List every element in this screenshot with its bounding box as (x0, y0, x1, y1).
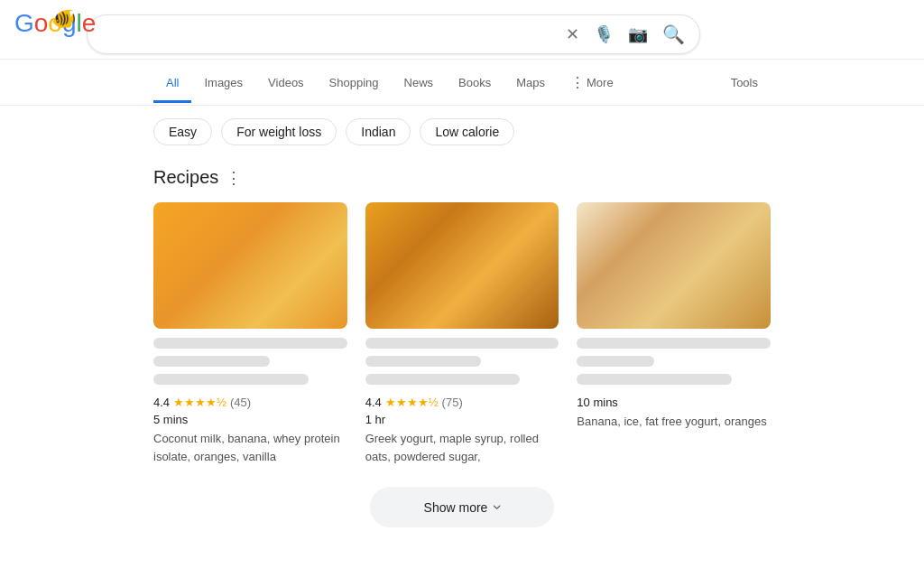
nav-tabs: All Images Videos Shopping News Books Ma… (0, 63, 924, 106)
tab-maps[interactable]: Maps (504, 65, 558, 103)
recipe-card-3[interactable]: 10 mins Banana, ice, fat free yogurt, or… (577, 202, 771, 465)
recipe-cards-container: 4.4 ★★★★½ (45) 5 mins Coconut milk, bana… (153, 202, 771, 465)
recipe-time-1: 5 mins (153, 413, 347, 426)
search-icons: ✕ 🎙️ 📷 🔍 (564, 22, 687, 47)
tab-all[interactable]: All (153, 65, 191, 103)
lens-button[interactable]: 📷 (626, 23, 650, 46)
recipe-image-1 (153, 202, 347, 329)
chip-easy[interactable]: Easy (153, 118, 212, 145)
recipe-time-2: 1 hr (365, 413, 559, 426)
stars-icon-1: ★★★★½ (173, 396, 226, 409)
tab-news[interactable]: News (392, 65, 447, 103)
header: Google 🐠 healthy orange breakfast recipe… (0, 0, 924, 60)
recipes-title: Recipes (153, 167, 218, 188)
recipe-card-2[interactable]: 4.4 ★★★★½ (75) 1 hr Greek yogurt, maple … (365, 202, 559, 465)
skeleton-sub-2 (365, 356, 482, 367)
recipe-image-2 (365, 202, 559, 329)
skeleton-desc-1 (153, 374, 309, 385)
recipe-rating-1: 4.4 ★★★★½ (45) (153, 396, 347, 409)
search-input[interactable]: healthy orange breakfast recipes (100, 26, 557, 42)
mic-icon: 🎙️ (594, 24, 614, 44)
skeleton-title-2 (365, 338, 559, 349)
recipe-ingredients-3: Banana, ice, fat free yogurt, oranges (577, 413, 771, 431)
mic-button[interactable]: 🎙️ (592, 23, 615, 46)
lens-icon: 📷 (628, 24, 648, 44)
search-icon: 🔍 (662, 23, 685, 45)
recipe-card-1[interactable]: 4.4 ★★★★½ (45) 5 mins Coconut milk, bana… (153, 202, 347, 465)
recipe-ingredients-1: Coconut milk, banana, whey protein isola… (153, 430, 347, 465)
chip-weight-loss[interactable]: For weight loss (221, 118, 337, 145)
skeleton-sub-1 (153, 356, 270, 367)
clear-icon: ✕ (566, 24, 579, 44)
chip-low-calorie[interactable]: Low calorie (420, 118, 514, 145)
tab-videos[interactable]: Videos (255, 65, 317, 103)
tab-books[interactable]: Books (446, 65, 504, 103)
section-options-icon[interactable]: ⋮ (226, 168, 242, 188)
logo-letter-g: G (14, 9, 34, 37)
tab-tools[interactable]: Tools (718, 65, 771, 103)
recipe-image-3 (577, 202, 771, 329)
main-content: Recipes ⋮ 4.4 ★★★★½ (45) 5 mins Coconut … (0, 158, 924, 555)
filter-chips: Easy For weight loss Indian Low calorie (0, 106, 924, 158)
chevron-down-icon: › (488, 505, 507, 510)
stars-icon-2: ★★★★½ (385, 396, 439, 409)
search-bar: healthy orange breakfast recipes ✕ 🎙️ 📷 … (87, 14, 700, 54)
doodle-character: 🐠 (51, 7, 76, 31)
logo-area: Google 🐠 (14, 9, 69, 59)
tab-shopping[interactable]: Shopping (317, 65, 392, 103)
recipe-rating-2: 4.4 ★★★★½ (75) (365, 396, 559, 409)
skeleton-title-3 (577, 338, 771, 349)
skeleton-sub-3 (577, 356, 654, 367)
logo-letter-e: e (82, 9, 97, 37)
skeleton-desc-2 (365, 374, 521, 385)
doodle-logo: Google 🐠 (14, 9, 69, 59)
show-more-wrapper: Show more › (153, 487, 771, 545)
skeleton-title-1 (153, 338, 347, 349)
recipes-section-header: Recipes ⋮ (153, 167, 771, 188)
clear-button[interactable]: ✕ (564, 23, 581, 46)
recipe-time-3: 10 mins (577, 396, 771, 409)
chip-indian[interactable]: Indian (346, 118, 411, 145)
search-button[interactable]: 🔍 (661, 22, 687, 47)
tab-images[interactable]: Images (191, 65, 255, 103)
logo-letter-o1: o (34, 9, 49, 37)
recipe-ingredients-2: Greek yogurt, maple syrup, rolled oats, … (365, 430, 559, 465)
show-more-button[interactable]: Show more › (370, 487, 555, 527)
skeleton-desc-3 (577, 374, 732, 385)
more-dots-icon: ⋮ (570, 74, 585, 91)
tab-more[interactable]: ⋮ More (558, 63, 626, 105)
